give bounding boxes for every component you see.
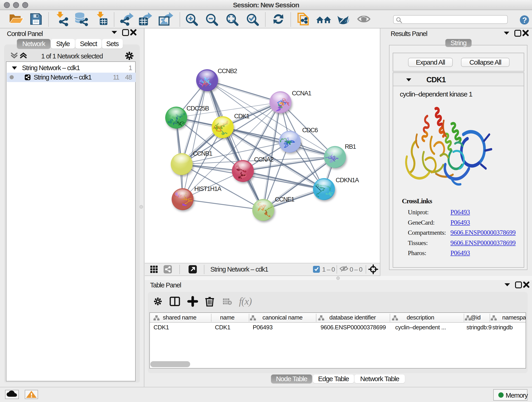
svg-text:CCNA1: CCNA1 bbox=[292, 90, 311, 97]
svg-text:f(x): f(x) bbox=[239, 296, 252, 307]
svg-text:0 – 0: 0 – 0 bbox=[350, 266, 362, 273]
svg-text:CDC25B: CDC25B bbox=[186, 105, 209, 112]
svg-text:CDC6: CDC6 bbox=[302, 127, 318, 134]
svg-text:RB1: RB1 bbox=[345, 143, 356, 150]
svg-text:String Network – cdk1: String Network – cdk1 bbox=[210, 266, 268, 273]
svg-text:HIST1H1A: HIST1H1A bbox=[194, 185, 222, 192]
svg-text:CCNB2: CCNB2 bbox=[218, 68, 237, 75]
svg-text:CCNE1: CCNE1 bbox=[275, 196, 294, 203]
svg-text:1 – 0: 1 – 0 bbox=[322, 266, 335, 273]
svg-text:CDK1: CDK1 bbox=[234, 113, 249, 120]
svg-text:?: ? bbox=[522, 16, 526, 24]
svg-text:CDKN1A: CDKN1A bbox=[336, 177, 359, 184]
svg-text:CCNA2: CCNA2 bbox=[254, 156, 273, 163]
svg-text:CCNB1: CCNB1 bbox=[193, 150, 212, 157]
